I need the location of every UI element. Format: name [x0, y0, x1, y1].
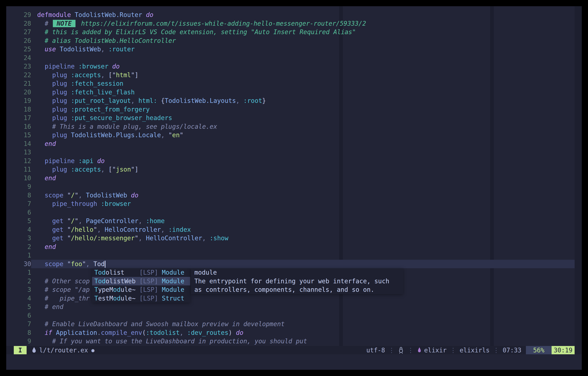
code-line[interactable]: 19 plug :put_root_layout, html: {Todolis…: [14, 97, 575, 105]
mode-indicator: I: [14, 346, 27, 354]
filename: l/t/router.ex: [39, 346, 88, 354]
code-line[interactable]: 8 scope "/", TodolistWeb do: [14, 191, 575, 200]
line-number: 25: [14, 45, 31, 54]
code-line[interactable]: 13: [14, 148, 575, 157]
completion-item[interactable]: TestModule~ [LSP] Struct: [92, 294, 190, 303]
line-number: 9: [14, 337, 31, 346]
file-progress: 56%: [526, 346, 552, 354]
code-line[interactable]: 9: [14, 182, 575, 191]
doc-line: The entrypoint for defining your web int…: [194, 277, 403, 286]
code-line[interactable]: 26 # alias TodolistWeb.HelloController: [14, 36, 575, 45]
line-number: 2: [14, 277, 31, 286]
line-number: 6: [14, 311, 31, 320]
elixir-droplet-icon: [417, 347, 422, 354]
line-number: 30: [14, 260, 31, 269]
filetype-label: elixir: [424, 346, 446, 354]
doc-line: as controllers, components, channels, an…: [194, 285, 403, 294]
line-number: 26: [14, 36, 31, 45]
code-line[interactable]: 15 plug TodolistWeb.Plugs.Locale, "en": [14, 131, 575, 140]
line-number: 12: [14, 157, 31, 165]
code-line[interactable]: 16 # This is a module plug, see plugs/lo…: [14, 122, 575, 131]
line-number: 14: [14, 140, 31, 148]
completion-item[interactable]: TodolistWeb [LSP] Module: [92, 277, 190, 286]
code-line[interactable]: 28 # NOTE https://elixirforum.com/t/issu…: [14, 19, 575, 28]
line-number: 23: [14, 62, 31, 71]
line-number: 22: [14, 71, 31, 79]
cursor-position: 30:19: [552, 346, 575, 354]
code-line[interactable]: 6: [14, 208, 575, 217]
line-number: 2: [14, 243, 31, 251]
line-number: 21: [14, 79, 31, 88]
separator: ⋮: [407, 346, 414, 354]
code-line[interactable]: 25 use TodolistWeb, :router: [14, 45, 575, 54]
code-line[interactable]: 29defmodule TodolistWeb.Router do: [14, 11, 575, 19]
code-line[interactable]: 30 scope "foo", Tod: [14, 260, 575, 269]
code-line[interactable]: 6: [14, 311, 575, 320]
separator: ⋮: [388, 346, 395, 354]
line-number: 5: [14, 217, 31, 225]
scrollbar-area[interactable]: [575, 6, 582, 346]
code-line[interactable]: 14 end: [14, 140, 575, 148]
line-number: 1: [14, 268, 31, 277]
completion-item[interactable]: TypeModule~ [LSP] Module: [92, 285, 190, 294]
code-line[interactable]: 21 plug :fetch_session: [14, 79, 575, 88]
statusline: I l/t/router.ex ● utf-8 ⋮ ⋮ elixir ⋮: [6, 346, 582, 354]
separator: ⋮: [450, 346, 456, 354]
code-line[interactable]: 3 get "/hello/:messenger", HelloControll…: [14, 234, 575, 243]
time-label: 07:33: [503, 346, 521, 354]
line-number: 8: [14, 328, 31, 337]
code-line[interactable]: 20 plug :fetch_live_flash: [14, 88, 575, 97]
code-line[interactable]: 10 end: [14, 174, 575, 183]
line-number: 20: [14, 88, 31, 97]
code-line[interactable]: 18 plug :protect_from_forgery: [14, 105, 575, 114]
neovim-window: 29defmodule TodolistWeb.Router do28 # NO…: [6, 6, 582, 370]
code-line[interactable]: 9 # If you want to use the LiveDashboard…: [14, 337, 575, 346]
line-number: 27: [14, 28, 31, 36]
completion-popup: Todolist [LSP] ModuleTodolistWeb [LSP] M…: [92, 268, 190, 302]
code-line[interactable]: 4 get "/hello", HelloController, :index: [14, 225, 575, 234]
file-droplet-icon: [32, 347, 37, 354]
line-number: 3: [14, 285, 31, 294]
line-number: 18: [14, 105, 31, 114]
code-line[interactable]: 17 plug :put_secure_browser_headers: [14, 114, 575, 122]
line-number: 11: [14, 165, 31, 174]
line-number: 24: [14, 54, 31, 62]
code-line[interactable]: 23 pipeline :browser do: [14, 62, 575, 71]
line-number: 3: [14, 234, 31, 243]
code-line[interactable]: 7 pipe_through :browser: [14, 200, 575, 208]
line-number: 17: [14, 114, 31, 122]
text-cursor: [105, 261, 105, 268]
code-line[interactable]: 1: [14, 251, 575, 260]
linux-penguin-icon: [398, 346, 404, 354]
line-number: 9: [14, 182, 31, 191]
completion-item[interactable]: Todolist [LSP] Module: [92, 268, 190, 277]
line-number: 5: [14, 302, 31, 311]
separator: ⋮: [493, 346, 499, 354]
line-number: 4: [14, 294, 31, 303]
line-number: 15: [14, 131, 31, 140]
code-line[interactable]: 12 pipeline :api do: [14, 157, 575, 165]
code-line[interactable]: 5 get "/", PageController, :home: [14, 217, 575, 225]
code-line[interactable]: 5 # end: [14, 302, 575, 311]
line-number: 1: [14, 251, 31, 260]
doc-line: module: [194, 268, 403, 277]
code-line[interactable]: 2 end: [14, 243, 575, 251]
code-line[interactable]: 8 if Application.compile_env(:todolist, …: [14, 328, 575, 337]
code-line[interactable]: 11 plug :accepts, ["json"]: [14, 165, 575, 174]
modified-indicator: ●: [91, 347, 94, 353]
line-number: 19: [14, 97, 31, 105]
line-number: 13: [14, 148, 31, 157]
line-number: 29: [14, 11, 31, 19]
code-line[interactable]: 24: [14, 54, 575, 62]
line-number: 10: [14, 174, 31, 183]
line-number: 7: [14, 320, 31, 328]
lsp-label: elixirls: [460, 346, 490, 354]
code-line[interactable]: 27 # this is added by ElixirLS VS Code e…: [14, 28, 575, 36]
line-number: 16: [14, 122, 31, 131]
line-number: 28: [14, 19, 31, 28]
code-line[interactable]: 22 plug :accepts, ["html"]: [14, 71, 575, 79]
line-number: 8: [14, 191, 31, 200]
code-line[interactable]: 7 # Enable LiveDashboard and Swoosh mail…: [14, 320, 575, 328]
line-number: 7: [14, 200, 31, 208]
line-number: 6: [14, 208, 31, 217]
